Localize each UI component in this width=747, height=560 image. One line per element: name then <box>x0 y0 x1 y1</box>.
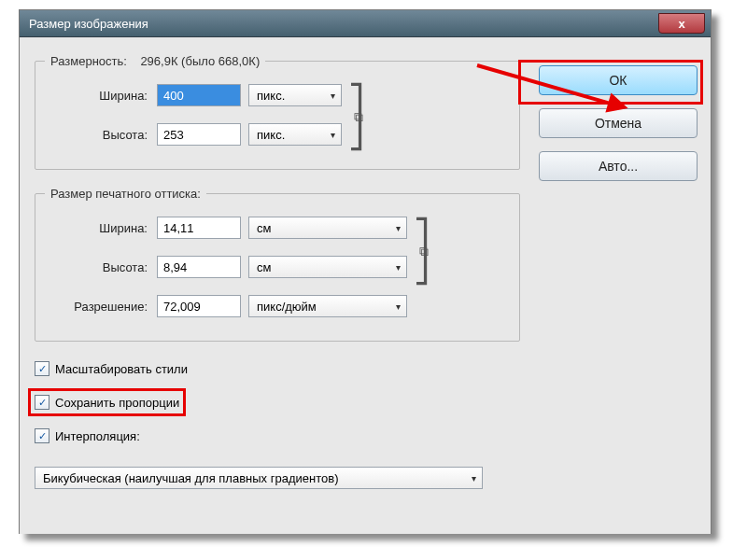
image-size-dialog: Размер изображения x Размерность: 296,9К… <box>19 9 712 534</box>
interpolation-check[interactable]: ✓ Интерполяция: <box>35 426 520 446</box>
px-height-label: Высота: <box>45 128 149 142</box>
keep-aspect-check[interactable]: ✓ Сохранить пропорции <box>35 392 179 413</box>
chevron-down-icon: ▾ <box>331 91 335 101</box>
print-link-icon: ⎤ ⧉ ⎦ <box>407 212 435 290</box>
file-size-text: 296,9К (было 668,0К) <box>140 54 260 68</box>
checkmark-icon: ✓ <box>35 428 49 443</box>
print-width-label: Ширина: <box>45 221 149 235</box>
resolution-label: Разрешение: <box>45 300 149 314</box>
print-size-legend: Размер печатного оттиска: <box>45 187 206 201</box>
chevron-down-icon: ▾ <box>396 301 401 312</box>
print-height-unit-combo[interactable]: см ▾ <box>248 256 407 278</box>
checkmark-icon: ✓ <box>35 361 49 376</box>
aspect-link-icon: ⎤ ⧉ ⎦ <box>342 79 370 154</box>
px-height-input[interactable] <box>157 123 241 146</box>
keep-aspect-highlight: ✓ Сохранить пропорции <box>28 388 186 416</box>
chevron-down-icon: ▾ <box>472 473 476 483</box>
print-height-label: Высота: <box>45 260 149 274</box>
options-checks: ✓ Масштабировать стили ✓ Сохранить пропо… <box>35 358 520 489</box>
px-width-input[interactable] <box>157 84 241 106</box>
dialog-title: Размер изображения <box>29 17 148 31</box>
auto-button[interactable]: Авто... <box>539 151 698 181</box>
print-width-unit-combo[interactable]: см ▾ <box>248 217 407 239</box>
px-width-label: Ширина: <box>45 89 149 103</box>
ok-button[interactable]: ОК <box>539 65 698 95</box>
checkmark-icon: ✓ <box>35 395 49 410</box>
chevron-down-icon: ▾ <box>396 223 401 233</box>
dialog-body: Размерность: 296,9К (было 668,0К) Ширина… <box>20 37 711 534</box>
close-button[interactable]: x <box>658 13 705 34</box>
chevron-down-icon: ▾ <box>396 262 401 273</box>
pixel-dimensions-group: Размерность: 296,9К (было 668,0К) Ширина… <box>35 54 520 170</box>
side-buttons: ОК Отмена Авто... <box>539 65 698 181</box>
px-height-unit-combo[interactable]: пикс. ▾ <box>248 123 342 146</box>
px-width-unit-combo[interactable]: пикс. ▾ <box>248 84 342 106</box>
resolution-input[interactable] <box>157 295 241 317</box>
main-column: Размерность: 296,9К (было 668,0К) Ширина… <box>35 54 520 489</box>
print-height-input[interactable] <box>157 256 241 278</box>
close-icon: x <box>678 17 684 31</box>
scale-styles-check[interactable]: ✓ Масштабировать стили <box>35 358 520 379</box>
print-size-group: Размер печатного оттиска: Ширина: см ▾ <box>35 187 520 342</box>
cancel-button[interactable]: Отмена <box>539 108 698 138</box>
titlebar: Размер изображения x <box>20 10 711 37</box>
interpolation-combo[interactable]: Бикубическая (наилучшая для плавных град… <box>35 467 483 489</box>
resolution-unit-combo[interactable]: пикс/дюйм ▾ <box>248 295 407 317</box>
print-width-input[interactable] <box>157 217 241 239</box>
chevron-down-icon: ▾ <box>331 130 335 140</box>
pixel-dimensions-legend: Размерность: 296,9К (было 668,0К) <box>45 54 265 68</box>
